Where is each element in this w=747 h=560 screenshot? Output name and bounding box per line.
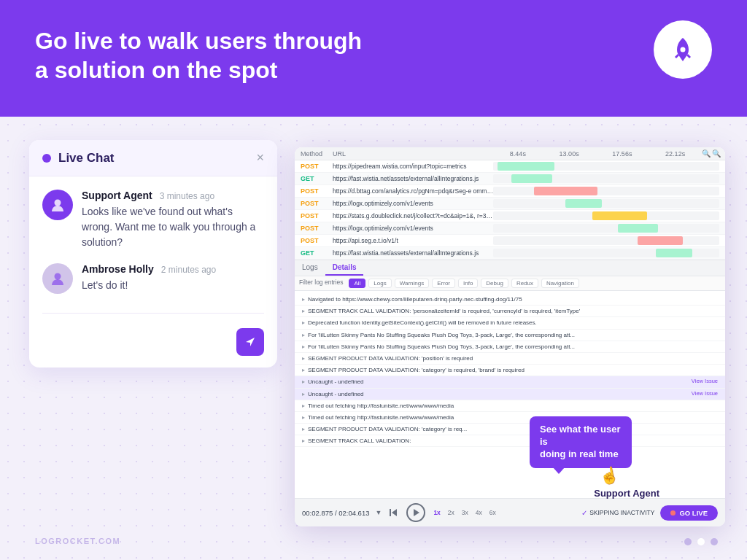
playback-bar: 00:02.875 / 02:04.613 ▼ 1x 2x 3x [295, 498, 725, 526]
tooltip-box: See what the user is doing in real time [530, 416, 632, 468]
message-text: Looks like we've found out what's wrong.… [82, 204, 264, 250]
filter-redux[interactable]: Redux [511, 279, 538, 288]
filter-warnings[interactable]: Warnings [395, 279, 430, 288]
timing-bar [493, 162, 719, 171]
message-row: Ambrose Holly 2 minutes ago Let's do it! [42, 263, 264, 294]
method-label: POST [301, 237, 333, 244]
view-issue-button[interactable]: View Issue [692, 378, 718, 386]
hero-section: Go live to walk users through a solution… [0, 0, 747, 117]
search-controls: 🔍 🔍 [702, 149, 719, 158]
chat-status-dot [42, 154, 51, 163]
message-meta: Support Agent 3 minutes ago [82, 190, 264, 201]
console-entry: For 'lilLutten Skinny Pants No Stuffing … [295, 330, 725, 341]
rocket-icon-container [654, 20, 712, 79]
cursor-pointer: ☝ [598, 465, 621, 487]
filter-error[interactable]: Error [432, 279, 455, 288]
filter-info[interactable]: Info [458, 279, 478, 288]
message-name: Support Agent [82, 190, 152, 201]
skip-inactivity-toggle[interactable]: ✓ SKIPPING INACTIVITY [581, 509, 654, 517]
browser-mockup: Method URL 8.44s 13.00s 17.56s 22.12s 🔍 … [295, 147, 725, 526]
console-tabs: Logs Details [295, 260, 725, 276]
console-entry: Deprecated function Identity.getSiteCont… [295, 317, 725, 329]
live-indicator-dot [670, 510, 676, 516]
timing-bar [493, 236, 719, 245]
network-row: GET https://fast.wistia.net/assets/exter… [295, 247, 725, 260]
filter-debug[interactable]: Debug [481, 279, 508, 288]
pagination-dot-3[interactable] [711, 538, 718, 545]
network-row: POST https://pipedream.wistia.com/input?… [295, 160, 725, 173]
method-label: POST [301, 200, 333, 207]
filter-label: Filter log entries [299, 279, 343, 288]
console-entry-highlight: Uncaught - undefined View Issue [295, 389, 725, 400]
message-meta: Ambrose Holly 2 minutes ago [82, 263, 264, 275]
search-icon[interactable]: 🔍 [702, 149, 711, 158]
chat-messages: Support Agent 3 minutes ago Looks like w… [29, 176, 277, 313]
timeline-labels: 8.44s 13.00s 17.56s 22.12s [493, 150, 702, 158]
console-filter-row: Filter log entries All Logs Warnings Err… [295, 276, 725, 291]
url-label: https://logx.optimizely.com/v1/events [333, 200, 493, 207]
pagination-dot-2[interactable] [697, 538, 705, 545]
console-entry: Timed out fetching http://fastunisite.ne… [295, 412, 725, 424]
tab-details[interactable]: Details [325, 260, 364, 276]
timing-bar [493, 224, 719, 233]
playback-time: 00:02.875 / 02:04.613 [302, 509, 369, 517]
message-text: Let's do it! [82, 278, 264, 293]
network-rows: POST https://pipedream.wistia.com/input?… [295, 160, 725, 260]
play-button[interactable] [406, 503, 425, 522]
speed-controls: 1x 2x 3x 4x 6x [431, 508, 498, 517]
console-entry: SEGMENT PRODUCT DATA VALIDATION: 'catego… [295, 424, 725, 435]
live-chat-card: Live Chat × Support Agent 3 minutes ago [29, 140, 277, 368]
go-live-button[interactable]: GO LIVE [660, 505, 718, 521]
view-issue-button[interactable]: View Issue [692, 390, 718, 398]
timing-bar [493, 174, 719, 183]
console-entry: SEGMENT PRODUCT DATA VALIDATION: 'positi… [295, 353, 725, 365]
console-entry: SEGMENT TRACK CALL VALIDATION: [295, 435, 725, 447]
console-panel: Logs Details Filter log entries All Logs… [295, 260, 725, 498]
filter-navigation[interactable]: Navigation [541, 279, 579, 288]
message-content: Ambrose Holly 2 minutes ago Let's do it! [82, 263, 264, 294]
url-label: https://logx.optimizely.com/v1/events [333, 225, 493, 232]
network-row: POST https://api.seg.e.t.io/v1/t [295, 235, 725, 247]
speed-1x[interactable]: 1x [431, 508, 442, 517]
speed-3x[interactable]: 3x [460, 508, 471, 517]
speed-4x[interactable]: 4x [473, 508, 484, 517]
branding-label: LOGROCKET.COM [35, 537, 120, 545]
close-icon[interactable]: × [256, 150, 264, 166]
filter-icon[interactable]: 🔍 [712, 149, 721, 158]
pagination-dot-1[interactable] [684, 538, 692, 545]
console-entry: SEGMENT TRACK CALL VALIDATION: 'personal… [295, 306, 725, 317]
dropdown-icon[interactable]: ▼ [375, 509, 382, 516]
method-label: GET [301, 249, 333, 257]
message-time: 3 minutes ago [160, 191, 214, 201]
network-row: POST https://stats.g.doubleclick.net/j/c… [295, 210, 725, 222]
send-button[interactable] [236, 328, 264, 356]
rocket-icon [667, 34, 699, 66]
speed-6x[interactable]: 6x [487, 508, 498, 517]
tab-logs[interactable]: Logs [295, 260, 325, 276]
timing-bar [493, 199, 719, 208]
console-entry: For 'lilLutten Skinny Pants No Stuffing … [295, 341, 725, 353]
timing-bar [493, 187, 719, 195]
check-icon: ✓ [581, 509, 587, 517]
url-label: https://fast.wistia.net/assets/external/… [333, 175, 493, 182]
method-label: POST [301, 212, 333, 219]
network-row: GET https://fast.wistia.net/assets/exter… [295, 173, 725, 185]
url-label: https://pipedream.wistia.com/input?topic… [333, 163, 493, 170]
filter-logs[interactable]: Logs [368, 279, 391, 288]
method-label: POST [301, 187, 333, 195]
network-row: POST https://logx.optimizely.com/v1/even… [295, 222, 725, 235]
console-entry-highlight: Uncaught - undefined View Issue [295, 376, 725, 388]
hero-title: Go live to walk users through a solution… [35, 26, 414, 85]
skip-back-button[interactable] [387, 506, 400, 519]
timing-bar [493, 211, 719, 220]
svg-point-2 [55, 273, 61, 280]
support-agent-label: Support Agent [594, 488, 659, 499]
chat-title: Live Chat [58, 151, 115, 166]
network-panel: Method URL 8.44s 13.00s 17.56s 22.12s 🔍 … [295, 147, 725, 260]
timing-bar [493, 249, 719, 257]
url-label: https://api.seg.e.t.io/v1/t [333, 237, 493, 244]
chat-header-left: Live Chat [42, 151, 115, 166]
network-row: POST https://logx.optimizely.com/v1/even… [295, 198, 725, 210]
speed-2x[interactable]: 2x [446, 508, 457, 517]
filter-all[interactable]: All [349, 279, 365, 288]
